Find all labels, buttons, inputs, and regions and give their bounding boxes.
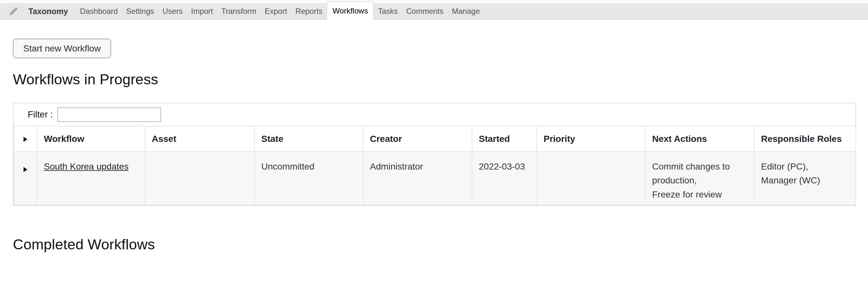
- nav-item-workflows-active-tab[interactable]: Workflows: [327, 1, 374, 20]
- column-header-next-actions: Next Actions: [645, 126, 754, 151]
- column-header-asset: Asset: [145, 126, 254, 151]
- column-header-responsible-roles: Responsible Roles: [754, 126, 856, 151]
- nav-item-transform[interactable]: Transform: [217, 3, 260, 20]
- completed-workflows-title: Completed Workflows: [13, 236, 868, 253]
- column-header-started: Started: [472, 126, 537, 151]
- filter-label: Filter :: [28, 109, 53, 120]
- pencil-edit-icon[interactable]: [7, 5, 20, 18]
- start-new-workflow-button[interactable]: Start new Workflow: [13, 39, 111, 58]
- nav-item-export[interactable]: Export: [260, 3, 291, 20]
- column-header-workflow: Workflow: [37, 126, 145, 151]
- cell-responsible-roles: Editor (PC), Manager (WC): [754, 151, 856, 205]
- column-header-state: State: [254, 126, 363, 151]
- column-header-priority: Priority: [537, 126, 645, 151]
- nav-item-dashboard[interactable]: Dashboard: [76, 3, 122, 20]
- page: Taxonomy Dashboard Settings Users Import…: [0, 0, 868, 253]
- workflow-link[interactable]: South Korea updates: [44, 162, 129, 171]
- cell-asset: [145, 151, 254, 205]
- workflows-in-progress-title: Workflows in Progress: [13, 71, 868, 88]
- table-row: South Korea updates Uncommitted Administ…: [14, 151, 856, 205]
- workflows-in-progress-table: Filter : Workflow Asset State Creator St…: [13, 103, 856, 206]
- cell-workflow: South Korea updates: [37, 151, 145, 205]
- cell-next-actions: Commit changes to production, Freeze for…: [645, 151, 754, 205]
- cell-creator: Administrator: [363, 151, 472, 205]
- nav-item-tasks[interactable]: Tasks: [374, 3, 402, 20]
- nav-item-settings[interactable]: Settings: [122, 3, 158, 20]
- expand-all-icon[interactable]: [24, 137, 27, 142]
- nav-item-reports[interactable]: Reports: [291, 3, 327, 20]
- table-header-row: Workflow Asset State Creator Started Pri…: [14, 126, 856, 151]
- nav-item-manage[interactable]: Manage: [448, 3, 484, 20]
- column-header-creator: Creator: [363, 126, 472, 151]
- app-brand: Taxonomy: [28, 7, 72, 16]
- workflows-page: Start new Workflow Workflows in Progress…: [0, 20, 868, 253]
- nav-item-users[interactable]: Users: [158, 3, 187, 20]
- cell-state: Uncommitted: [254, 151, 363, 205]
- expand-row-icon[interactable]: [24, 167, 27, 172]
- filter-input[interactable]: [57, 107, 161, 122]
- filter-bar: Filter :: [13, 103, 856, 126]
- cell-started: 2022-03-03: [472, 151, 537, 205]
- cell-priority: [537, 151, 645, 205]
- top-navigation: Taxonomy Dashboard Settings Users Import…: [0, 0, 868, 20]
- workflows-table: Workflow Asset State Creator Started Pri…: [13, 126, 856, 205]
- nav-item-comments[interactable]: Comments: [402, 3, 448, 20]
- nav-item-import[interactable]: Import: [187, 3, 217, 20]
